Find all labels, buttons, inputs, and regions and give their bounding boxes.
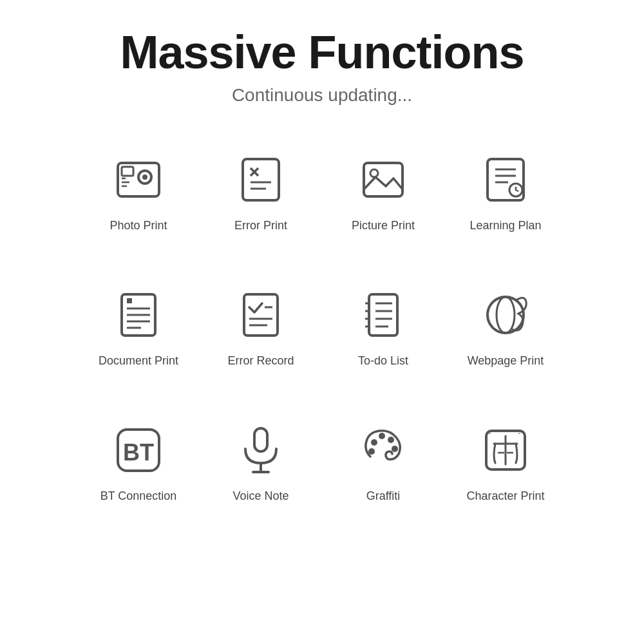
bt-connection-label: BT Connection	[100, 489, 177, 503]
voice-note-icon	[232, 421, 290, 479]
learning-plan-icon	[477, 151, 535, 209]
document-print-label: Document Print	[99, 354, 178, 368]
grid-item-learning-plan: Learning Plan	[444, 138, 567, 267]
character-print-label: Character Print	[466, 489, 544, 503]
svg-text:BT: BT	[123, 439, 154, 466]
photo-print-label: Photo Print	[109, 219, 167, 232]
svg-rect-7	[243, 159, 279, 200]
graffiti-label: Graffiti	[366, 489, 401, 503]
svg-rect-25	[244, 294, 278, 336]
todo-list-icon	[354, 286, 412, 344]
picture-print-icon	[354, 151, 412, 209]
error-record-label: Error Record	[227, 354, 294, 368]
svg-point-49	[368, 448, 375, 455]
error-print-label: Error Print	[234, 219, 287, 232]
grid-item-error-record: Error Record	[200, 273, 322, 402]
svg-point-38	[488, 297, 524, 333]
error-print-icon	[232, 151, 290, 209]
svg-point-39	[497, 297, 515, 333]
photo-print-icon	[109, 151, 167, 209]
grid-item-voice-note: Voice Note	[200, 408, 322, 537]
features-grid: Photo Print Error Print Picture Print	[77, 138, 567, 537]
svg-point-45	[371, 439, 377, 446]
grid-item-todo-list: To-do List	[322, 273, 444, 402]
grid-item-error-print: Error Print	[200, 138, 322, 267]
grid-item-photo-print: Photo Print	[77, 138, 200, 267]
learning-plan-label: Learning Plan	[469, 219, 541, 232]
grid-item-graffiti: Graffiti	[322, 408, 444, 537]
bt-connection-icon: BT	[109, 421, 167, 479]
svg-rect-20	[127, 298, 132, 303]
svg-rect-29	[369, 294, 397, 336]
grid-item-picture-print: Picture Print	[322, 138, 444, 267]
character-print-icon	[477, 421, 535, 479]
document-print-icon	[109, 286, 167, 344]
svg-rect-12	[364, 163, 402, 196]
svg-rect-1	[122, 167, 133, 176]
todo-list-label: To-do List	[358, 354, 408, 368]
page-subtitle: Continuous updating...	[232, 85, 412, 106]
graffiti-icon	[354, 421, 412, 479]
svg-point-47	[388, 437, 394, 443]
grid-item-character-print: Character Print	[444, 408, 567, 537]
voice-note-label: Voice Note	[232, 489, 289, 503]
svg-rect-42	[254, 428, 267, 451]
svg-point-6	[142, 175, 147, 180]
picture-print-label: Picture Print	[352, 219, 415, 232]
grid-item-bt-connection: BT BT Connection	[77, 408, 200, 537]
svg-point-13	[370, 169, 378, 177]
webpage-print-label: Webpage Print	[468, 354, 544, 368]
page-title: Massive Functions	[120, 26, 524, 79]
svg-point-46	[379, 433, 385, 439]
webpage-print-icon	[477, 286, 535, 344]
error-record-icon	[232, 286, 290, 344]
svg-point-48	[392, 446, 398, 452]
svg-rect-14	[488, 159, 524, 200]
grid-item-document-print: Document Print	[77, 273, 200, 402]
grid-item-webpage-print: Webpage Print	[444, 273, 567, 402]
